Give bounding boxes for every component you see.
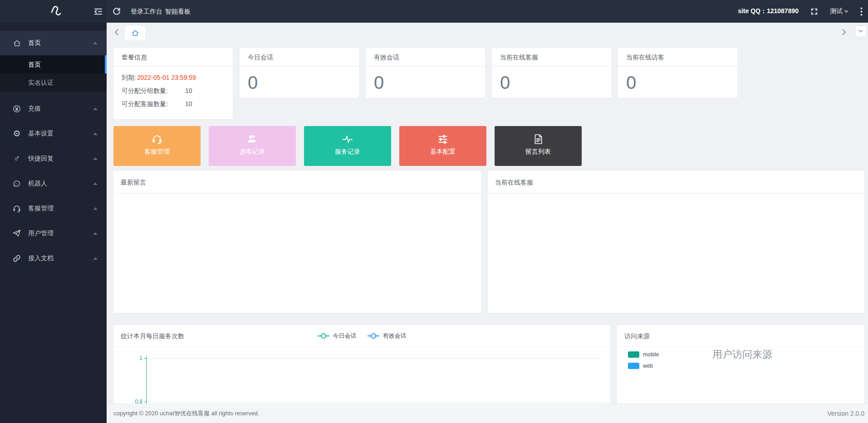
sidebar-group-settings[interactable]: ⚙ 基本设置 — [0, 121, 107, 146]
quick-button-visitor-log[interactable]: 游客记录 — [209, 126, 296, 166]
sidebar-fold-icon[interactable] — [93, 7, 103, 16]
main-content: 套餐信息 到期:2022-05-01 23:59:59 可分配分组数量:10 可… — [107, 23, 868, 423]
fullscreen-icon[interactable] — [810, 8, 818, 15]
tabs-scroll-left-icon[interactable] — [113, 29, 120, 36]
footer: copyright © 2020 uchat智优在线客服 all rights … — [107, 404, 868, 423]
panel-title: 最新留言 — [113, 171, 481, 194]
logo-area — [0, 0, 107, 23]
sidebar-group-agents[interactable]: 客服管理 — [0, 196, 107, 221]
plan-expire-value: 2022-05-01 23:59:59 — [137, 74, 196, 81]
tabs-dropdown-button[interactable] — [855, 25, 867, 37]
sidebar-group-home[interactable]: 首页 — [0, 31, 107, 55]
topbar: 登录工作台 智能看板 site QQ：121087890 测试 — [0, 0, 868, 23]
headset-icon — [151, 133, 163, 145]
sidebar-group-label: 基本设置 — [28, 130, 54, 138]
sidebar-group-label: 充值 — [28, 105, 41, 113]
tab-home[interactable] — [125, 26, 145, 40]
sidebar-group-label: 客服管理 — [28, 204, 54, 213]
plan-groups-row: 可分配分组数量:10 — [122, 84, 225, 97]
pulse-icon — [342, 133, 353, 145]
chevron-up-icon — [93, 132, 98, 135]
quick-reply-icon: ♂ — [12, 154, 22, 164]
copyright-text: copyright © 2020 uchat智优在线客服 all rights … — [113, 404, 260, 423]
card-title: 当前在线客服 — [492, 48, 611, 66]
agent-icon — [12, 204, 22, 214]
sidebar-group-quick-reply[interactable]: ♂ 快捷回复 — [0, 146, 107, 171]
y-axis-tick-label: 0.8 — [131, 399, 142, 404]
refresh-icon[interactable] — [112, 7, 121, 16]
home-icon — [12, 38, 22, 48]
card-title: 有效会话 — [366, 48, 485, 66]
chevron-up-icon — [93, 42, 98, 44]
panel-title: 当前在线客服 — [488, 171, 864, 194]
source-legend: mobile web — [628, 349, 659, 371]
sidebar-submenu-home: 首页 实名认证 — [0, 55, 107, 92]
sliders-icon — [437, 133, 449, 145]
recharge-icon — [12, 104, 22, 114]
chart-legend: 今日会话 有效会话 — [113, 325, 610, 347]
user-icon — [12, 229, 22, 238]
quick-button-basic-config[interactable]: 基本配置 — [399, 126, 486, 166]
online-visitors-value: 0 — [618, 66, 737, 93]
sidebar-group-label: 机器人 — [28, 180, 47, 188]
sidebar-group-robot[interactable]: 机器人 — [0, 171, 107, 196]
chevron-up-icon — [93, 107, 98, 110]
line-marker-icon — [318, 335, 329, 336]
docs-icon — [12, 253, 22, 263]
tabs-scroll-right-icon[interactable] — [841, 29, 847, 36]
settings-icon: ⚙ — [12, 129, 22, 139]
user-menu[interactable]: 测试 — [830, 7, 848, 15]
sidebar-item-home[interactable]: 首页 — [0, 55, 107, 73]
chevron-up-icon — [93, 232, 98, 235]
sidebar-group-label: 首页 — [28, 39, 41, 47]
legend-item-mobile[interactable]: mobile — [628, 349, 659, 360]
quick-button-message-list[interactable]: 留言列表 — [495, 126, 582, 166]
plan-agents-row: 可分配客服数量:10 — [122, 97, 225, 111]
card-online-visitors: 当前在线访客 0 — [618, 48, 737, 98]
chevron-up-icon — [93, 182, 98, 185]
quick-button-label: 留言列表 — [495, 148, 582, 156]
sidebar-group-docs[interactable]: 接入文档 — [0, 246, 107, 271]
panel-service-chart: 统计本月每日服务次数 今日会话 有效会话 1 0.8 — [113, 325, 610, 404]
card-title: 当前在线访客 — [618, 48, 737, 66]
card-valid-sessions: 有效会话 0 — [366, 48, 485, 98]
line-marker-icon — [368, 335, 379, 336]
panel-online-agents: 当前在线客服 — [488, 171, 864, 313]
sidebar-group-users[interactable]: 用户管理 — [0, 221, 107, 246]
legend-item-web[interactable]: web — [628, 360, 659, 371]
quick-button-service-log[interactable]: 服务记录 — [304, 126, 391, 166]
document-icon — [532, 133, 544, 145]
visitors-icon — [246, 133, 258, 145]
online-agents-value: 0 — [492, 66, 611, 93]
quick-button-label: 基本配置 — [399, 148, 486, 156]
y-axis-line — [146, 356, 147, 404]
card-online-agents: 当前在线客服 0 — [492, 48, 611, 98]
card-title: 今日会话 — [240, 48, 359, 66]
quick-button-label: 游客记录 — [209, 148, 296, 156]
chevron-up-icon — [93, 257, 98, 260]
chevron-up-icon — [93, 207, 98, 210]
web-swatch-icon — [628, 363, 639, 369]
app-logo-icon — [49, 3, 63, 19]
gridline — [147, 402, 603, 402]
legend-item-valid[interactable]: 有效会话 — [368, 332, 407, 340]
card-title: 套餐信息 — [113, 48, 233, 66]
plan-agents-value: 10 — [185, 97, 192, 111]
version-text: Version 2.0.0 — [827, 404, 864, 423]
today-sessions-value: 0 — [240, 66, 359, 93]
quick-button-agents[interactable]: 客服管理 — [113, 126, 201, 166]
card-today-sessions: 今日会话 0 — [240, 48, 359, 98]
sidebar-item-realname[interactable]: 实名认证 — [0, 73, 107, 92]
plan-expire-row: 到期:2022-05-01 23:59:59 — [122, 71, 225, 84]
panel-title: 访问来源 — [624, 325, 650, 347]
sidebar-group-label: 快捷回复 — [28, 155, 54, 163]
legend-item-today[interactable]: 今日会话 — [318, 332, 357, 340]
sidebar-group-label: 用户管理 — [28, 229, 54, 238]
plan-groups-value: 10 — [185, 84, 192, 97]
quick-button-label: 服务记录 — [304, 148, 391, 156]
more-menu-icon[interactable] — [860, 7, 863, 16]
sidebar-group-label: 接入文档 — [28, 254, 54, 263]
sidebar-group-recharge[interactable]: 充值 — [0, 96, 107, 121]
panel-visit-source: 访问来源 mobile web 用户访问来源 — [617, 325, 864, 404]
topnav-dashboard[interactable]: 智能看板 — [159, 0, 197, 23]
